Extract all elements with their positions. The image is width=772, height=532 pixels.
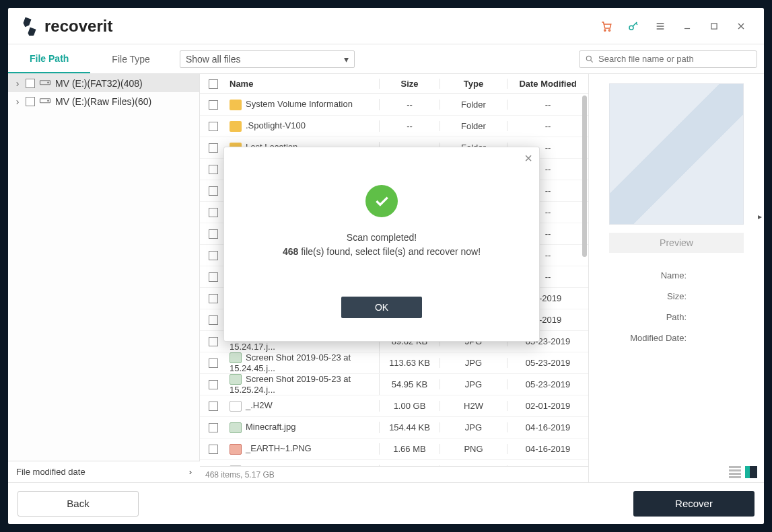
sidebar-footer[interactable]: File modified date ›: [8, 461, 200, 482]
filter-dropdown[interactable]: Show all files ▾: [180, 50, 355, 68]
toolbar: File Path File Type Show all files ▾: [8, 44, 764, 74]
row-checkbox[interactable]: [209, 402, 218, 411]
tree-checkbox[interactable]: [26, 79, 35, 88]
row-checkbox[interactable]: [209, 423, 218, 432]
svg-point-8: [48, 100, 49, 102]
file-size: 1.66 MB: [380, 444, 440, 454]
row-checkbox[interactable]: [209, 294, 218, 303]
scrollbar-thumb[interactable]: [582, 96, 587, 257]
file-type: CM0013: [440, 465, 507, 466]
list-view-icon[interactable]: [745, 466, 757, 478]
row-checkbox[interactable]: [209, 229, 218, 239]
col-name[interactable]: Name: [227, 79, 380, 89]
file-date: 05-23-2019: [507, 379, 588, 389]
table-row[interactable]: Minecraft.jpg154.44 KBJPG04-16-2019: [200, 417, 588, 439]
svg-point-1: [608, 29, 610, 30]
file-name: .cm0013: [246, 465, 279, 466]
col-size[interactable]: Size: [380, 79, 440, 89]
row-checkbox[interactable]: [209, 122, 218, 131]
recover-button[interactable]: Recover: [633, 491, 755, 517]
key-icon[interactable]: [620, 13, 647, 40]
row-checkbox[interactable]: [209, 100, 218, 110]
file-icon: [230, 374, 242, 385]
row-checkbox[interactable]: [209, 445, 218, 454]
expand-arrow-icon[interactable]: ▸: [755, 210, 764, 223]
back-button[interactable]: Back: [17, 491, 139, 517]
search-input[interactable]: [598, 54, 751, 64]
grid-view-icon[interactable]: [729, 466, 741, 478]
svg-point-4: [586, 56, 591, 61]
file-date: --: [507, 100, 588, 110]
table-row[interactable]: .Spotlight-V100--Folder--: [200, 116, 588, 137]
tree-label: MV (E:)(Raw Files)(60): [55, 96, 151, 107]
col-type[interactable]: Type: [440, 79, 507, 89]
row-checkbox[interactable]: [209, 143, 218, 153]
preview-placeholder: [609, 83, 744, 225]
row-checkbox[interactable]: [209, 337, 218, 346]
row-checkbox[interactable]: [209, 165, 218, 174]
col-date[interactable]: Date Modified: [507, 79, 588, 89]
chevron-right-icon: ›: [189, 467, 192, 477]
expand-icon[interactable]: ›: [13, 78, 22, 89]
file-date: --: [507, 121, 588, 131]
row-checkbox[interactable]: [209, 380, 218, 389]
file-name: _EARTH~1.PNG: [246, 443, 312, 453]
file-type: Folder: [440, 100, 507, 110]
file-size: --: [380, 121, 440, 131]
modal-close-icon[interactable]: ×: [524, 151, 532, 165]
file-type: Folder: [440, 121, 507, 131]
view-mode-icons: [729, 466, 757, 478]
search-icon: [585, 54, 594, 64]
table-row[interactable]: Screen Shot 2019-05-23 at 15.25.24.j...5…: [200, 374, 588, 395]
row-checkbox[interactable]: [209, 466, 218, 467]
close-icon[interactable]: [728, 13, 755, 40]
file-size: 1.00 GB: [380, 401, 440, 411]
modal-ok-button[interactable]: OK: [341, 297, 422, 318]
file-icon: [230, 444, 242, 455]
select-all-checkbox[interactable]: [209, 79, 218, 89]
file-size: 0.02 KB: [380, 465, 440, 466]
preview-path-label: Path:: [626, 307, 727, 328]
file-size: --: [380, 100, 440, 110]
tree-item[interactable]: ›MV (E:)(FAT32)(408): [8, 74, 199, 92]
svg-point-0: [604, 29, 606, 30]
file-date: 05-23-2019: [507, 358, 588, 368]
search-box[interactable]: [579, 50, 757, 68]
table-row[interactable]: System Volume Information--Folder--: [200, 94, 588, 116]
scan-complete-modal: × Scan completed! 468 file(s) found, sel…: [223, 147, 540, 342]
file-type: JPG: [440, 422, 507, 432]
preview-name-label: Name:: [626, 265, 727, 286]
file-icon: [230, 352, 242, 363]
row-checkbox[interactable]: [209, 315, 218, 325]
row-checkbox[interactable]: [209, 186, 218, 196]
file-size: 54.95 KB: [380, 379, 440, 389]
tab-file-path[interactable]: File Path: [8, 44, 90, 73]
file-name: Screen Shot 2019-05-23 at 15.25.24.j...: [230, 374, 351, 395]
file-date: 04-16-2019: [507, 444, 588, 454]
tab-file-type[interactable]: File Type: [90, 44, 172, 73]
file-type: JPG: [440, 358, 507, 368]
disk-icon: [39, 96, 51, 107]
row-checkbox[interactable]: [209, 251, 218, 260]
tree-checkbox[interactable]: [26, 97, 35, 106]
file-icon: [230, 422, 242, 433]
tabs: File Path File Type: [8, 44, 172, 73]
table-row[interactable]: Screen Shot 2019-05-23 at 15.24.45.j...1…: [200, 352, 588, 374]
table-row[interactable]: _.H2W1.00 GBH2W02-01-2019: [200, 395, 588, 417]
app-logo: recoverit: [20, 17, 112, 36]
minimize-icon[interactable]: [674, 13, 701, 40]
svg-rect-3: [711, 23, 717, 28]
folder-icon: [230, 100, 242, 110]
menu-icon[interactable]: [647, 13, 674, 40]
preview-button[interactable]: Preview: [609, 233, 744, 253]
row-checkbox[interactable]: [209, 358, 218, 368]
table-row[interactable]: _EARTH~1.PNG1.66 MBPNG04-16-2019: [200, 439, 588, 460]
row-checkbox[interactable]: [209, 208, 218, 217]
table-row[interactable]: .cm00130.02 KBCM001301-01-1980: [200, 460, 588, 466]
check-icon: [365, 185, 398, 217]
expand-icon[interactable]: ›: [13, 96, 22, 107]
cart-icon[interactable]: [593, 13, 620, 40]
row-checkbox[interactable]: [209, 272, 218, 282]
tree-item[interactable]: ›MV (E:)(Raw Files)(60): [8, 92, 199, 110]
maximize-icon[interactable]: [701, 13, 728, 40]
